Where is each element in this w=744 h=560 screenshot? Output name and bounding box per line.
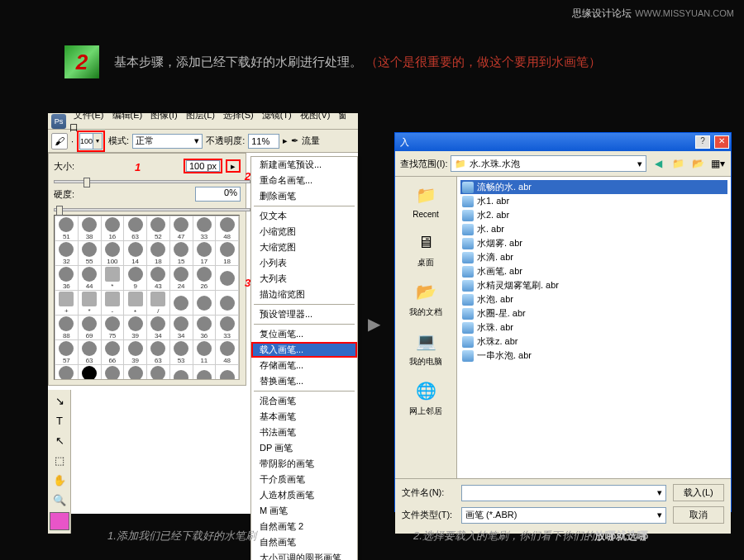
menu-item[interactable]: 小缩览图 xyxy=(251,224,357,240)
menu-item[interactable]: 图层(L) xyxy=(182,110,219,120)
brush-thumbnail[interactable]: 32 xyxy=(55,241,79,266)
chevron-right-icon[interactable]: ▸ xyxy=(283,135,288,146)
brush-thumbnail[interactable] xyxy=(216,291,239,316)
menu-item[interactable]: 干介质画笔 xyxy=(251,472,357,487)
menu-item[interactable]: M 画笔 xyxy=(251,503,357,519)
menu-item[interactable]: 删除画笔 xyxy=(251,188,357,204)
sidebar-place[interactable]: 🌐网上邻居 xyxy=(395,377,456,417)
brush-thumbnail[interactable] xyxy=(169,365,193,381)
brush-thumbnail[interactable]: 63 xyxy=(78,340,101,365)
filetype-select[interactable]: 画笔 (*.ABR)▾ xyxy=(461,507,666,524)
menu-item[interactable]: 小列表 xyxy=(251,255,357,271)
menu-item[interactable]: 带阴影的画笔 xyxy=(251,456,357,472)
file-item[interactable]: 流畅的水. abr xyxy=(460,180,727,194)
brush-thumbnail[interactable]: 55 xyxy=(78,241,101,266)
view-menu-icon[interactable]: ▦▾ xyxy=(709,155,726,172)
tool-button[interactable]: T xyxy=(50,411,69,429)
chevron-down-icon[interactable]: ▾ xyxy=(637,159,642,169)
menu-item[interactable]: 大缩览图 xyxy=(251,240,357,255)
sidebar-place[interactable]: 📁Recent xyxy=(395,182,456,219)
brush-thumbnail-grid[interactable]: 5138166352473348325510014181517183644*94… xyxy=(54,215,240,380)
menu-item[interactable]: 新建画笔预设... xyxy=(251,157,357,173)
file-item[interactable]: 水画笔. abr xyxy=(460,264,727,278)
file-item[interactable]: 水圈-星. abr xyxy=(460,306,727,320)
brush-thumbnail[interactable]: 66 xyxy=(101,340,124,365)
new-folder-icon[interactable]: 📂 xyxy=(689,155,706,172)
tool-button[interactable]: ↖ xyxy=(50,431,69,449)
size-slider[interactable] xyxy=(54,180,250,183)
brush-thumbnail[interactable]: 45 xyxy=(147,365,170,381)
menu-item[interactable]: 复位画笔... xyxy=(251,326,357,342)
brush-thumbnail[interactable]: 39 xyxy=(124,340,147,365)
tool-button[interactable]: 🔍 xyxy=(50,491,69,509)
brush-thumbnail[interactable]: 18 xyxy=(147,241,170,266)
brush-thumbnail[interactable] xyxy=(169,291,193,316)
sidebar-place[interactable]: 📂我的文档 xyxy=(395,278,456,318)
brush-thumbnail[interactable]: 48 xyxy=(216,216,239,241)
file-item[interactable]: 水精灵烟雾笔刷. abr xyxy=(460,278,727,292)
menu-item-load-brushes[interactable]: 载入画笔... xyxy=(251,342,357,358)
help-button[interactable]: ? xyxy=(695,135,710,149)
brush-thumbnail[interactable]: / xyxy=(147,291,170,316)
brush-thumbnail[interactable]: 55 xyxy=(55,365,79,381)
brush-thumbnail[interactable]: 33 xyxy=(216,316,239,340)
menu-item[interactable]: 大小可调的圆形画笔 xyxy=(251,550,357,560)
menu-item[interactable]: 人造材质画笔 xyxy=(251,487,357,503)
size-input[interactable]: 100 px xyxy=(186,160,220,172)
lookup-combo[interactable]: 📁 水.水珠.水泡 ▾ xyxy=(451,155,646,172)
brush-thumbnail[interactable]: * xyxy=(101,266,124,291)
brush-thumbnail[interactable]: 18 xyxy=(216,241,239,266)
chevron-down-icon[interactable]: ▾ xyxy=(93,134,102,149)
brush-thumbnail[interactable]: 52 xyxy=(147,216,170,241)
filename-input[interactable]: ▾ xyxy=(461,485,666,501)
tool-button[interactable]: ✋ xyxy=(50,471,69,489)
tool-button[interactable]: ⬚ xyxy=(50,451,69,469)
brush-thumbnail[interactable]: 33 xyxy=(193,216,216,241)
brush-thumbnail[interactable]: 44 xyxy=(78,266,101,291)
brush-thumbnail[interactable]: 34 xyxy=(169,316,193,340)
menu-item[interactable]: 编辑(E) xyxy=(108,110,147,120)
menu-item[interactable]: 仅文本 xyxy=(251,208,357,224)
brush-thumbnail[interactable]: 69 xyxy=(78,316,101,340)
menu-item[interactable]: 滤镜(T) xyxy=(258,110,296,120)
menu-item[interactable]: 文件(E) xyxy=(69,110,108,120)
up-folder-icon[interactable]: 📁 xyxy=(670,155,686,172)
menu-item[interactable]: 混合画笔 xyxy=(251,393,357,409)
file-list[interactable]: 流畅的水. abr水1. abr水2. abr水. abr水烟雾. abr水滴.… xyxy=(457,177,731,478)
brush-thumbnail[interactable]: ⋆ xyxy=(124,291,147,316)
file-item[interactable]: 水珠. abr xyxy=(460,320,727,335)
brush-thumbnail[interactable] xyxy=(193,291,216,316)
brush-thumbnail[interactable]: + xyxy=(55,291,79,316)
menu-item[interactable]: 图像(I) xyxy=(146,110,181,120)
menu-item[interactable]: 大列表 xyxy=(251,271,357,287)
brush-thumbnail[interactable]: 100 xyxy=(101,365,124,381)
close-button[interactable]: ✕ xyxy=(714,135,729,149)
chevron-down-icon[interactable]: ▾ xyxy=(657,487,662,498)
brush-thumbnail[interactable]: 38 xyxy=(78,216,101,241)
brush-thumbnail[interactable]: 100 xyxy=(101,241,124,266)
menu-item[interactable]: 预设管理器... xyxy=(251,306,357,322)
brush-thumbnail[interactable] xyxy=(193,365,216,381)
brush-thumbnail[interactable]: 16 xyxy=(101,216,124,241)
chevron-down-icon[interactable]: ▾ xyxy=(657,510,662,520)
brush-thumbnail[interactable]: 36 xyxy=(193,316,216,340)
brush-thumbnail[interactable]: 11 xyxy=(193,340,216,365)
brush-thumbnail[interactable] xyxy=(216,266,239,291)
brush-thumbnail[interactable]: 36 xyxy=(55,266,79,291)
menu-item[interactable]: 自然画笔 xyxy=(251,534,357,550)
brush-thumbnail[interactable]: 26 xyxy=(193,266,216,291)
file-item[interactable]: 水2. abr xyxy=(460,208,727,222)
brush-thumbnail[interactable]: 57 xyxy=(55,340,79,365)
menu-item[interactable]: 书法画笔 xyxy=(251,425,357,440)
mode-select[interactable]: 正常▾ xyxy=(132,134,203,149)
chevron-down-icon[interactable]: ▾ xyxy=(194,135,199,146)
brush-thumbnail[interactable]: 43 xyxy=(147,266,170,291)
brush-thumbnail[interactable]: 63 xyxy=(124,216,147,241)
back-icon[interactable]: ◀ xyxy=(650,155,666,172)
brush-preset-dropdown[interactable]: 100 ▾ xyxy=(79,133,103,149)
file-item[interactable]: 水1. abr xyxy=(460,194,727,208)
brush-thumbnail[interactable]: 47 xyxy=(169,216,193,241)
flyout-menu-button[interactable]: ▸ xyxy=(226,159,241,173)
brush-thumbnail[interactable]: 34 xyxy=(147,316,170,340)
brush-thumbnail[interactable]: 40 xyxy=(124,365,147,381)
